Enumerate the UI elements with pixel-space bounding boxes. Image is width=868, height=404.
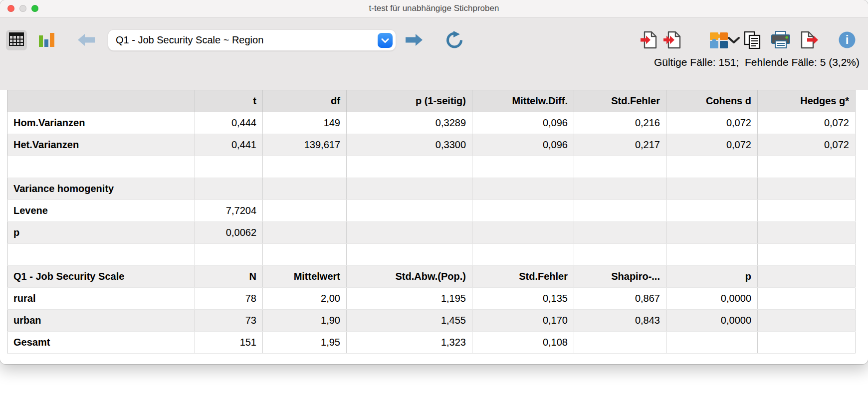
table-row bbox=[7, 156, 856, 178]
value-cell: 0,0062 bbox=[195, 222, 263, 244]
value-cell bbox=[347, 222, 472, 244]
value-cell: 2,00 bbox=[263, 288, 347, 310]
column-header-cell: Mittelw.Diff. bbox=[472, 90, 574, 112]
row-label-cell: Hom.Varianzen bbox=[7, 112, 195, 134]
forward-button[interactable] bbox=[405, 33, 423, 48]
row-label-cell: rural bbox=[7, 288, 195, 310]
value-cell bbox=[472, 178, 574, 200]
value-cell: 0,135 bbox=[472, 288, 574, 310]
value-cell: 0,444 bbox=[195, 112, 263, 134]
value-cell: Std.Fehler bbox=[472, 266, 574, 288]
value-cell bbox=[666, 222, 758, 244]
value-cell: 0,072 bbox=[666, 112, 758, 134]
value-cell: 0,072 bbox=[758, 112, 856, 134]
row-label-cell: urban bbox=[7, 310, 195, 332]
table-header-row: tdfp (1-seitig)Mittelw.Diff.Std.FehlerCo… bbox=[7, 90, 856, 112]
value-cell bbox=[758, 156, 856, 178]
back-button[interactable] bbox=[77, 33, 95, 48]
value-cell bbox=[347, 244, 472, 266]
addons-button[interactable] bbox=[709, 30, 729, 52]
value-cell bbox=[263, 222, 347, 244]
value-cell: Std.Abw.(Pop.) bbox=[347, 266, 472, 288]
value-cell bbox=[758, 288, 856, 310]
results-table-header: tdfp (1-seitig)Mittelw.Diff.Std.FehlerCo… bbox=[7, 90, 856, 112]
export-out-button[interactable] bbox=[800, 31, 819, 51]
value-cell bbox=[758, 178, 856, 200]
chart-view-button[interactable] bbox=[36, 30, 57, 50]
export-page-button[interactable] bbox=[641, 31, 657, 51]
chevron-down-icon bbox=[381, 36, 389, 45]
row-label-cell: Levene bbox=[7, 200, 195, 222]
row-label-cell: Variance homogenity bbox=[7, 178, 195, 200]
value-cell: p bbox=[666, 266, 758, 288]
print-button[interactable] bbox=[771, 31, 791, 51]
copy-pages-icon bbox=[744, 31, 761, 51]
value-cell: 1,323 bbox=[347, 332, 472, 354]
selector-dropdown-button[interactable] bbox=[378, 33, 393, 48]
value-cell: 0,0000 bbox=[666, 310, 758, 332]
value-cell bbox=[574, 222, 666, 244]
value-cell bbox=[195, 178, 263, 200]
value-cell bbox=[347, 200, 472, 222]
value-cell: 0,3289 bbox=[347, 112, 472, 134]
value-cell: 1,455 bbox=[347, 310, 472, 332]
column-header-cell: Hedges g* bbox=[758, 90, 856, 112]
value-cell: 151 bbox=[195, 332, 263, 354]
value-cell: 78 bbox=[195, 288, 263, 310]
value-cell: 0,072 bbox=[666, 134, 758, 156]
table-row bbox=[7, 244, 856, 266]
results-table-body: Hom.Varianzen0,4441490,32890,0960,2160,0… bbox=[7, 112, 856, 354]
titlebar[interactable]: t-test für unabhängige Stichproben bbox=[0, 0, 868, 17]
value-cell bbox=[263, 244, 347, 266]
refresh-circular-arrow-icon bbox=[446, 31, 463, 51]
value-cell: 0,0000 bbox=[666, 288, 758, 310]
column-header-cell: Cohens d bbox=[666, 90, 758, 112]
row-label-cell bbox=[7, 156, 195, 178]
info-button[interactable]: i bbox=[839, 31, 856, 50]
value-cell bbox=[758, 310, 856, 332]
analysis-selector[interactable]: Q1 - Job Security Scale ~ Region bbox=[108, 30, 396, 50]
value-cell bbox=[666, 200, 758, 222]
value-cell bbox=[574, 200, 666, 222]
window-title: t-test für unabhängige Stichproben bbox=[0, 0, 868, 17]
refresh-button[interactable] bbox=[446, 31, 463, 51]
value-cell bbox=[472, 222, 574, 244]
table-view-button[interactable] bbox=[6, 30, 27, 50]
bar-chart-icon bbox=[38, 31, 55, 49]
chevron-down-icon bbox=[728, 37, 740, 46]
value-cell bbox=[758, 244, 856, 266]
value-cell bbox=[263, 200, 347, 222]
copy-button[interactable] bbox=[744, 31, 761, 51]
value-cell bbox=[472, 200, 574, 222]
arrow-right-icon bbox=[405, 33, 423, 48]
value-cell bbox=[195, 244, 263, 266]
table-row: Levene7,7204 bbox=[7, 200, 856, 222]
printer-icon bbox=[771, 31, 791, 51]
row-label-cell: Gesamt bbox=[7, 332, 195, 354]
value-cell bbox=[263, 178, 347, 200]
minimize-window-button[interactable] bbox=[19, 5, 26, 12]
value-cell bbox=[666, 332, 758, 354]
table-row: Hom.Varianzen0,4441490,32890,0960,2160,0… bbox=[7, 112, 856, 134]
table-row: Het.Varianzen0,441139,6170,33000,0960,21… bbox=[7, 134, 856, 156]
value-cell: 1,95 bbox=[263, 332, 347, 354]
zoom-window-button[interactable] bbox=[31, 5, 38, 12]
export-all-button[interactable] bbox=[663, 31, 681, 51]
value-cell bbox=[472, 244, 574, 266]
value-cell: 0,096 bbox=[472, 134, 574, 156]
close-window-button[interactable] bbox=[7, 5, 14, 12]
value-cell: 0,441 bbox=[195, 134, 263, 156]
value-cell: 1,90 bbox=[263, 310, 347, 332]
value-cell bbox=[666, 244, 758, 266]
column-header-cell: p (1-seitig) bbox=[347, 90, 472, 112]
value-cell: 7,7204 bbox=[195, 200, 263, 222]
value-cell: 0,108 bbox=[472, 332, 574, 354]
cases-status-text: Gültige Fälle: 151; Fehlende Fälle: 5 (3… bbox=[654, 56, 860, 68]
value-cell bbox=[347, 156, 472, 178]
addons-menu-button[interactable] bbox=[728, 37, 740, 46]
value-cell: 1,195 bbox=[347, 288, 472, 310]
value-cell: 0,217 bbox=[574, 134, 666, 156]
value-cell: 149 bbox=[263, 112, 347, 134]
value-cell: Shapiro-... bbox=[574, 266, 666, 288]
document-double-arrow-icon bbox=[663, 31, 681, 51]
